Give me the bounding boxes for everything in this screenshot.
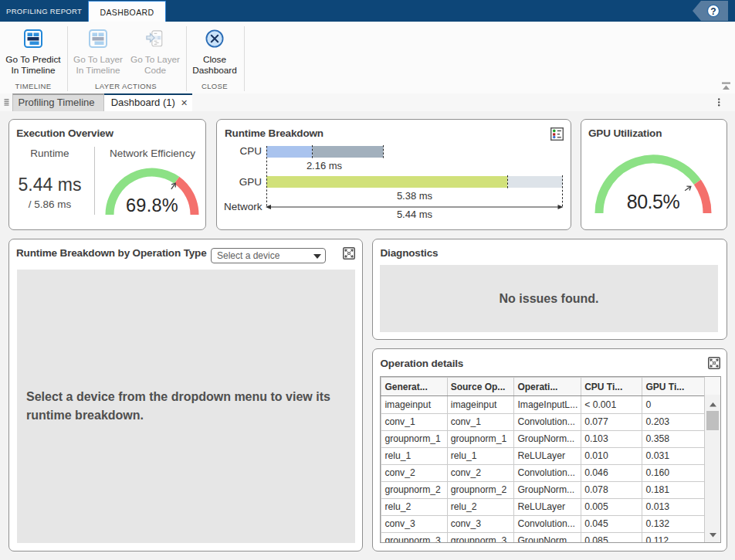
svg-text:?: ?: [710, 6, 716, 17]
